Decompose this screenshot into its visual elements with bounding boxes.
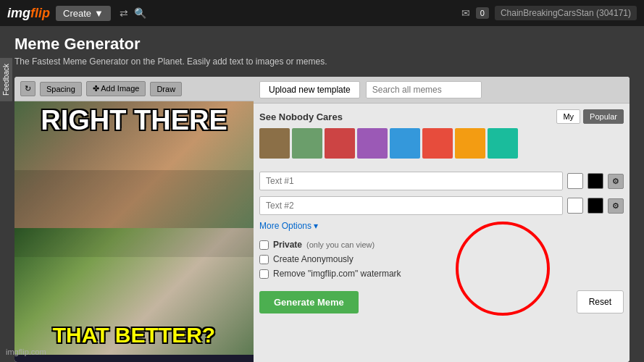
anonymous-checkbox[interactable]: [259, 255, 269, 264]
text1-settings-button[interactable]: ⚙: [608, 174, 624, 189]
template-section-title: See Nobody Cares: [259, 111, 343, 122]
main-content: Meme Generator The Fastest Meme Generato…: [0, 26, 644, 362]
private-checkbox[interactable]: [259, 240, 269, 250]
private-label: Private: [273, 240, 302, 250]
generate-row: Generate Meme Reset: [254, 285, 630, 319]
upload-template-button[interactable]: Upload new template: [259, 81, 360, 98]
text2-color-black[interactable]: [587, 198, 603, 214]
meme-toolbar: ↻ Spacing ✤ Add Image Draw: [14, 77, 254, 101]
anonymous-checkbox-row: Create Anonymously: [259, 254, 624, 264]
site-logo[interactable]: imgflip: [7, 6, 50, 21]
meme-controls: Upload new template See Nobody Cares My …: [254, 77, 630, 362]
template-thumb-3[interactable]: [325, 128, 355, 159]
more-options-toggle[interactable]: More Options ▾: [254, 215, 630, 237]
template-thumb-5[interactable]: [390, 128, 420, 159]
page-subtitle: The Fastest Meme Generator on the Planet…: [14, 56, 630, 67]
meme-bottom-image: THAT BETTER?: [14, 228, 254, 355]
template-thumb-8[interactable]: [488, 128, 518, 159]
mail-icon[interactable]: ✉: [461, 7, 470, 19]
meme-top-text: RIGHT THERE: [14, 105, 254, 136]
generate-button[interactable]: Generate Meme: [259, 291, 359, 313]
add-image-button[interactable]: ✤ Add Image: [86, 81, 146, 96]
watermark-remove-label: Remove "imgflip.com" watermark: [273, 269, 401, 279]
draw-button[interactable]: Draw: [150, 82, 182, 96]
text1-row: ⚙: [259, 172, 624, 190]
navbar: imgflip Create ▼ ⇄ 🔍 ✉ 0 ChainBreakingCa…: [0, 0, 644, 26]
feedback-tab[interactable]: Feedback: [0, 58, 12, 101]
create-caret-icon: ▼: [94, 8, 104, 19]
watermark-checkbox-row: Remove "imgflip.com" watermark: [259, 269, 624, 279]
search-icon[interactable]: 🔍: [134, 7, 146, 19]
reset-button[interactable]: Reset: [577, 290, 624, 313]
notification-count: 0: [476, 7, 489, 19]
meme-panel: ↻ Spacing ✤ Add Image Draw RIGHT THERE T…: [14, 77, 630, 362]
spacing-button[interactable]: Spacing: [40, 82, 82, 96]
text2-settings-button[interactable]: ⚙: [608, 198, 624, 214]
text1-input[interactable]: [259, 172, 563, 190]
checkboxes-section: Private (only you can view) Create Anony…: [254, 237, 630, 282]
text1-color-black[interactable]: [587, 173, 603, 189]
text-fields: ⚙ ⚙: [254, 172, 630, 215]
template-header: See Nobody Cares My Popular: [259, 109, 624, 124]
text1-color-white[interactable]: [567, 173, 583, 189]
template-thumb-4[interactable]: [357, 128, 388, 159]
template-thumb-2[interactable]: [292, 128, 322, 159]
text2-row: ⚙: [259, 196, 624, 215]
anonymous-label: Create Anonymously: [273, 254, 354, 264]
meme-top-image: RIGHT THERE: [14, 101, 254, 228]
watermark-checkbox[interactable]: [259, 269, 269, 279]
refresh-button[interactable]: ↻: [20, 81, 35, 96]
popular-tab[interactable]: Popular: [583, 109, 624, 124]
search-input[interactable]: [366, 81, 482, 98]
navbar-right: ✉ 0 ChainBreakingCarsStan (304171): [461, 6, 637, 20]
template-thumbnails: [259, 128, 624, 159]
template-section: See Nobody Cares My Popular: [254, 104, 630, 172]
template-tabs: My Popular: [556, 109, 624, 124]
private-sub-label: (only you can view): [306, 240, 375, 249]
template-thumb-7[interactable]: [455, 128, 485, 159]
my-tab[interactable]: My: [556, 109, 580, 124]
create-button[interactable]: Create ▼: [56, 6, 111, 21]
navbar-icons: ⇄ 🔍: [120, 7, 146, 19]
page-title: Meme Generator: [14, 35, 630, 54]
template-thumb-6[interactable]: [422, 128, 453, 159]
controls-top-bar: Upload new template: [254, 77, 630, 104]
user-menu[interactable]: ChainBreakingCarsStan (304171): [495, 6, 637, 20]
text2-color-white[interactable]: [567, 198, 583, 214]
shuffle-icon[interactable]: ⇄: [120, 7, 128, 19]
meme-bottom-text: THAT BETTER?: [14, 323, 254, 348]
meme-image-area: RIGHT THERE THAT BETTER?: [14, 101, 254, 362]
imgflip-watermark: imgflip.com: [6, 348, 46, 356]
template-thumb-1[interactable]: [259, 128, 290, 159]
text2-input[interactable]: [259, 196, 563, 215]
create-label: Create: [63, 8, 91, 19]
private-checkbox-row: Private (only you can view): [259, 240, 624, 250]
